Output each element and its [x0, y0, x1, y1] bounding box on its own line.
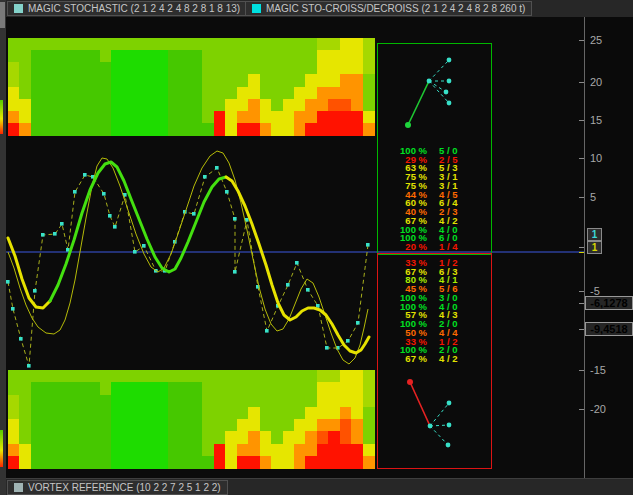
heatmap-cell [122, 99, 134, 112]
heatmap-cell [145, 111, 157, 124]
stat-row: 50 %4 / 4 [377, 328, 490, 337]
heatmap-cell [134, 370, 146, 383]
heatmap-cell [8, 123, 20, 136]
heatmap-cell [260, 74, 272, 87]
axis-tick [579, 120, 584, 121]
stat-row: 63 %5 / 3 [377, 164, 490, 173]
heatmap-cell [19, 74, 31, 87]
heatmap-cell [65, 111, 77, 124]
heatmap-cell [260, 395, 272, 408]
heatmap-cell [122, 62, 134, 75]
heatmap-cell [248, 407, 260, 420]
heatmap-cell [168, 456, 180, 469]
heatmap-cell [134, 62, 146, 75]
heatmap-cell [340, 444, 352, 457]
heatmap-cell [202, 50, 214, 63]
heatmap-cell [191, 123, 203, 136]
stat-row: 29 %2 / 5 [377, 155, 490, 164]
heatmap-cell [180, 87, 192, 100]
stat-row: 45 %5 / 6 [377, 284, 490, 293]
heatmap-cell [145, 419, 157, 432]
heatmap-cell [271, 74, 283, 87]
heatmap-cell [100, 87, 112, 100]
heatmap-cell [294, 407, 306, 420]
heatmap-cell [8, 111, 20, 124]
heatmap-cell [77, 62, 89, 75]
heatmap-cell [351, 419, 363, 432]
heatmap-cell [42, 50, 54, 63]
heatmap-cell [145, 370, 157, 383]
heatmap-cell [271, 382, 283, 395]
heatmap-cell [351, 123, 363, 136]
heatmap-cell [180, 38, 192, 51]
heatmap-cell [8, 456, 20, 469]
stat-row: 75 %3 / 1 [377, 172, 490, 181]
heatmap-cell [31, 456, 43, 469]
heatmap-cell [54, 111, 66, 124]
heatmap-cell [305, 74, 317, 87]
heatmap-cell [54, 407, 66, 420]
heatmap-cell [157, 444, 169, 457]
heatmap-cell [145, 62, 157, 75]
heatmap-cell [168, 50, 180, 63]
heatmap-cell [214, 50, 226, 63]
heatmap-cell [202, 370, 214, 383]
heatmap-cell [260, 431, 272, 444]
heatmap-cell [351, 456, 363, 469]
indicator-chip-sto-croiss[interactable]: MAGIC STO-CROISS/DECROISS (2 1 2 4 2 4 8… [245, 1, 532, 16]
indicator-chip-magic-stochastic[interactable]: MAGIC STOCHASTIC (2 1 2 4 2 4 8 2 8 1 8 … [7, 1, 247, 16]
heatmap-cell [225, 111, 237, 124]
heatmap-cell [100, 99, 112, 112]
heatmap-cell [31, 395, 43, 408]
heatmap-cell [8, 99, 20, 112]
heatmap-cell [111, 382, 123, 395]
heatmap-cell [283, 444, 295, 457]
stat-row: 44 %4 / 5 [377, 190, 490, 199]
heatmap-cell [260, 87, 272, 100]
stat-row: 33 %1 / 2 [377, 337, 490, 346]
axis-label: 10 [590, 152, 602, 164]
axis-minor-tick [579, 329, 584, 330]
heatmap-cell [283, 74, 295, 87]
axis-label: -20 [590, 403, 606, 415]
indicator-swatch-icon [14, 483, 23, 492]
trading-chart-window: MAGIC STOCHASTIC (2 1 2 4 2 4 8 2 8 1 8 … [0, 0, 633, 495]
heatmap-cell [88, 419, 100, 432]
heatmap-cell [351, 99, 363, 112]
heatmap-cell [54, 38, 66, 51]
heatmap-cell [363, 123, 375, 136]
heatmap-cell [237, 382, 249, 395]
heatmap-cell [191, 395, 203, 408]
heatmap-cell [340, 419, 352, 432]
heatmap-cell [54, 444, 66, 457]
heatmap-cell [271, 456, 283, 469]
heatmap-cell [317, 62, 329, 75]
heatmap-cell [363, 74, 375, 87]
chart-area[interactable] [6, 17, 584, 478]
heatmap-cell [134, 99, 146, 112]
scrollbar-grip[interactable] [0, 2, 5, 28]
axis-minor-tick [579, 247, 584, 248]
heatmap-cell [77, 123, 89, 136]
stat-row: 33 %1 / 2 [377, 258, 490, 267]
heatmap-cell [168, 99, 180, 112]
heatmap-cell [31, 74, 43, 87]
heatmap-cell [363, 456, 375, 469]
heatmap-cell [237, 123, 249, 136]
heatmap-cell [317, 370, 329, 383]
heatmap-cell [225, 395, 237, 408]
heatmap-cell [19, 99, 31, 112]
heatmap-cell [283, 395, 295, 408]
heatmap-cell [202, 419, 214, 432]
axis-tick [579, 370, 584, 371]
indicator-chip-vortex-reference[interactable]: VORTEX REFERENCE (10 2 2 7 2 5 1 2 2) [7, 480, 228, 495]
heatmap-cell [214, 407, 226, 420]
heatmap-cell [237, 431, 249, 444]
heatmap-cell [145, 123, 157, 136]
heatmap-cell [31, 38, 43, 51]
heatmap-cell [248, 74, 260, 87]
heatmap-cell [202, 99, 214, 112]
heatmap-cell [248, 38, 260, 51]
heatmap-cell [363, 444, 375, 457]
heatmap-cell [237, 395, 249, 408]
